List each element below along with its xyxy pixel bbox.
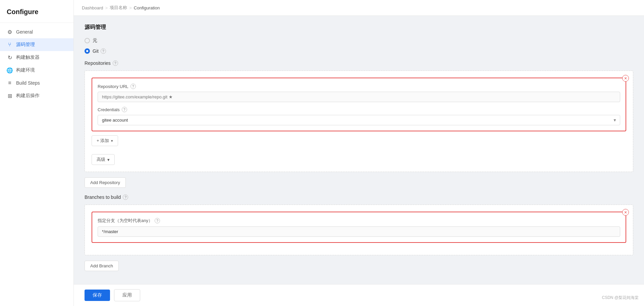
branch-specifier-input[interactable] <box>98 226 620 237</box>
credentials-label: Credentials <box>98 107 120 112</box>
add-button-label: + 添加 <box>97 138 109 144</box>
breadcrumb-dashboard[interactable]: Dashboard <box>82 5 103 10</box>
add-repository-label: Add Repository <box>90 180 120 185</box>
breadcrumb-current: Configuration <box>134 5 160 10</box>
footer: 保存 应用 <box>74 284 644 306</box>
save-button[interactable]: 保存 <box>85 290 110 301</box>
trigger-icon: ↻ <box>7 54 13 60</box>
chevron-down-icon: ▾ <box>111 139 113 143</box>
add-branch-button[interactable]: Add Branch <box>85 261 119 271</box>
breadcrumb-sep1: > <box>105 5 108 10</box>
sidebar-item-source[interactable]: ⑂ 源码管理 <box>0 38 73 51</box>
sidebar-item-environment[interactable]: 🌐 构建环境 <box>0 64 73 77</box>
branch-specifier-label: 指定分支（为空时代表any） <box>98 218 153 224</box>
post-icon: ⊞ <box>7 93 13 99</box>
repo-url-input[interactable] <box>98 92 620 102</box>
content-area: 源码管理 元 Git ? Repositories ? <box>74 16 644 284</box>
apply-button[interactable]: 应用 <box>114 289 140 301</box>
sidebar-title: Configure <box>0 0 73 23</box>
sidebar-item-label: Build Steps <box>16 80 40 86</box>
source-radio-group: 元 Git ? <box>85 38 633 54</box>
sidebar-item-label: 源码管理 <box>16 42 35 48</box>
steps-icon: ≡ <box>7 80 13 86</box>
env-icon: 🌐 <box>7 67 13 73</box>
add-branch-label: Add Branch <box>90 263 113 268</box>
advanced-button[interactable]: 高级 ▾ <box>92 154 115 165</box>
sidebar-menu: ⚙ General ⑂ 源码管理 ↻ 构建触发器 🌐 构建环境 ≡ Build … <box>0 23 73 105</box>
repo-url-group: Repository URL ? <box>98 84 620 102</box>
add-repository-button[interactable]: Add Repository <box>85 177 126 188</box>
repos-container: × Repository URL ? Credentials ? <box>85 71 633 172</box>
branch-specifier-help-icon[interactable]: ? <box>155 218 160 223</box>
sidebar-item-label: 构建后操作 <box>16 93 40 99</box>
save-button-label: 保存 <box>93 292 102 298</box>
sidebar-item-label: 构建环境 <box>16 67 35 73</box>
repo-url-label-row: Repository URL ? <box>98 84 620 89</box>
credentials-help-icon[interactable]: ? <box>122 107 127 112</box>
repos-label-text: Repositories <box>85 60 111 66</box>
advanced-button-label: 高级 <box>97 157 105 163</box>
radio-git-circle <box>85 48 90 54</box>
repo-url-help-icon[interactable]: ? <box>130 84 136 89</box>
breadcrumb: Dashboard > 项目名称 > Configuration <box>74 0 644 16</box>
radio-none-circle <box>85 38 90 43</box>
source-icon: ⑂ <box>7 42 13 48</box>
credentials-select-wrapper: gitee account - none - Add credentials..… <box>98 115 620 125</box>
sidebar-item-triggers[interactable]: ↻ 构建触发器 <box>0 51 73 64</box>
breadcrumb-sep2: > <box>129 5 132 10</box>
apply-button-label: 应用 <box>122 292 132 298</box>
watermark: CSDN @梨花炖海棠 <box>602 295 639 301</box>
branches-label-row: Branches to build ? <box>85 194 633 200</box>
repos-help-icon[interactable]: ? <box>113 60 118 66</box>
sidebar-item-label: 构建触发器 <box>16 54 40 60</box>
credentials-label-row: Credentials ? <box>98 107 620 112</box>
radio-git-label: Git <box>93 48 99 54</box>
sidebar: Configure ⚙ General ⑂ 源码管理 ↻ 构建触发器 🌐 构建环… <box>0 0 74 306</box>
radio-none-label: 元 <box>93 38 97 44</box>
gear-icon: ⚙ <box>7 29 13 35</box>
sidebar-item-build-steps[interactable]: ≡ Build Steps <box>0 77 73 89</box>
section-title: 源码管理 <box>85 24 633 31</box>
add-button[interactable]: + 添加 ▾ <box>92 135 118 146</box>
credentials-select[interactable]: gitee account - none - Add credentials..… <box>98 115 620 125</box>
branch-specifier-label-row: 指定分支（为空时代表any） ? <box>98 218 620 224</box>
repos-label: Repositories ? <box>85 60 633 66</box>
branch-card: × 指定分支（为空时代表any） ? <box>92 212 626 243</box>
credentials-group: Credentials ? gitee account - none - Add… <box>98 107 620 125</box>
branches-label: Branches to build <box>85 194 121 200</box>
git-help-icon[interactable]: ? <box>101 48 106 54</box>
branch-card-close-button[interactable]: × <box>622 209 629 216</box>
main-area: Dashboard > 项目名称 > Configuration 源码管理 元 … <box>74 0 644 306</box>
repo-card: × Repository URL ? Credentials ? <box>92 78 626 131</box>
radio-none[interactable]: 元 <box>85 38 633 44</box>
branches-help-icon[interactable]: ? <box>123 194 128 200</box>
chevron-down-icon: ▾ <box>107 157 110 162</box>
breadcrumb-project[interactable]: 项目名称 <box>110 5 127 11</box>
sidebar-item-general[interactable]: ⚙ General <box>0 26 73 38</box>
sidebar-item-label: General <box>16 29 33 35</box>
branches-container: × 指定分支（为空时代表any） ? <box>85 205 633 255</box>
sidebar-item-post-build[interactable]: ⊞ 构建后操作 <box>0 89 73 102</box>
radio-git[interactable]: Git ? <box>85 48 633 54</box>
repo-card-close-button[interactable]: × <box>622 75 629 82</box>
repo-url-label: Repository URL <box>98 84 128 89</box>
